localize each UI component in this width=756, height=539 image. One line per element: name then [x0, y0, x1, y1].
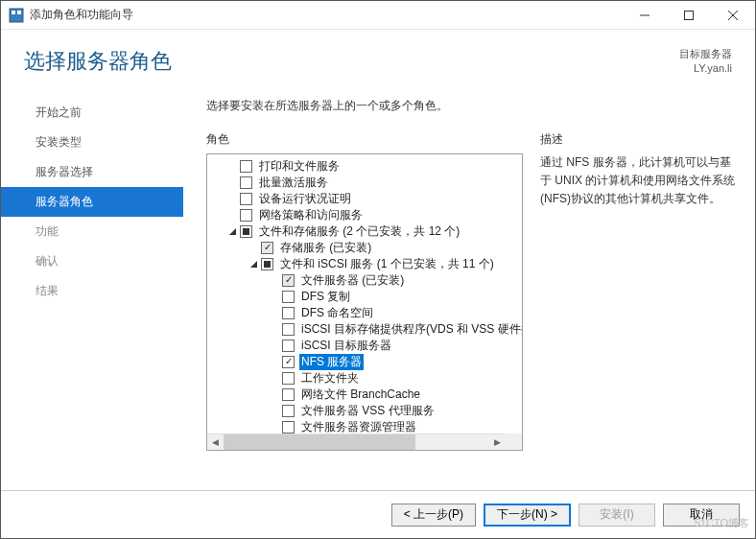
description-text: 通过 NFS 服务器，此计算机可以与基于 UNIX 的计算机和使用网络文件系统(…: [540, 153, 738, 209]
wizard-header: 选择服务器角色 目标服务器 LY.yan.li: [1, 30, 755, 94]
tree-item[interactable]: iSCSI 目标存储提供程序(VDS 和 VSS 硬件提供程序): [207, 321, 523, 338]
destination-name: LY.yan.li: [679, 61, 732, 76]
wizard-footer: < 上一步(P) 下一步(N) > 安装(I) 取消: [1, 490, 755, 538]
checkbox[interactable]: [282, 356, 295, 368]
tree-item[interactable]: 网络策略和访问服务: [207, 207, 523, 223]
collapse-icon[interactable]: [248, 258, 259, 270]
window-title: 添加角色和功能向导: [30, 7, 623, 23]
tree-item-label[interactable]: 设备运行状况证明: [257, 191, 353, 207]
wizard-step[interactable]: 服务器选择: [1, 157, 183, 187]
tree-item-label[interactable]: 文件和存储服务 (2 个已安装，共 12 个): [257, 223, 461, 240]
checkbox[interactable]: [240, 193, 252, 205]
next-button[interactable]: 下一步(N) >: [484, 504, 571, 527]
checkbox[interactable]: [240, 225, 252, 238]
previous-button[interactable]: < 上一步(P): [391, 504, 476, 527]
tree-item[interactable]: 文件和 iSCSI 服务 (1 个已安装，共 11 个): [207, 256, 523, 272]
tree-item-label[interactable]: DFS 命名空间: [299, 305, 375, 321]
tree-item[interactable]: 文件服务器 VSS 代理服务: [207, 403, 523, 419]
checkbox[interactable]: [282, 323, 295, 336]
tree-item-label[interactable]: NFS 服务器: [299, 354, 364, 370]
wizard-step: 确认: [1, 246, 183, 276]
tree-item-label[interactable]: 批量激活服务: [257, 175, 330, 191]
close-button[interactable]: [711, 1, 755, 30]
wizard-step: 功能: [1, 217, 183, 246]
tree-item-label[interactable]: 打印和文件服务: [257, 158, 342, 175]
tree-item[interactable]: 文件服务器 (已安装): [207, 272, 523, 289]
maximize-button[interactable]: [667, 1, 711, 30]
svg-rect-2: [17, 11, 21, 14]
app-icon: [9, 8, 24, 23]
instruction-text: 选择要安装在所选服务器上的一个或多个角色。: [206, 98, 738, 114]
collapse-icon[interactable]: [226, 225, 238, 237]
checkbox: [282, 274, 295, 287]
checkbox[interactable]: [282, 340, 295, 352]
tree-item-label[interactable]: 文件和 iSCSI 服务 (1 个已安装，共 11 个): [278, 256, 496, 272]
svg-rect-1: [12, 11, 15, 14]
tree-item-label[interactable]: 网络文件 BranchCache: [299, 387, 422, 403]
tree-item-label[interactable]: 工作文件夹: [299, 370, 361, 387]
destination-server: 目标服务器 LY.yan.li: [679, 47, 732, 77]
roles-tree[interactable]: 打印和文件服务批量激活服务设备运行状况证明网络策略和访问服务文件和存储服务 (2…: [206, 153, 523, 451]
tree-item-label[interactable]: iSCSI 目标存储提供程序(VDS 和 VSS 硬件提供程序): [299, 321, 523, 338]
tree-item[interactable]: iSCSI 目标服务器: [207, 338, 523, 354]
scroll-left-button[interactable]: ◀: [207, 434, 224, 451]
checkbox[interactable]: [240, 176, 252, 189]
tree-item[interactable]: DFS 复制: [207, 289, 523, 305]
checkbox[interactable]: [282, 307, 295, 319]
checkbox: [261, 242, 273, 254]
page-title: 选择服务器角色: [24, 47, 679, 76]
wizard-step[interactable]: 安装类型: [1, 128, 183, 157]
wizard-step[interactable]: 开始之前: [1, 98, 183, 128]
tree-item[interactable]: 工作文件夹: [207, 370, 523, 387]
cancel-button[interactable]: 取消: [663, 504, 740, 527]
scroll-right-button[interactable]: ▶: [489, 434, 506, 451]
checkbox[interactable]: [282, 421, 295, 434]
tree-item[interactable]: 打印和文件服务: [207, 158, 523, 175]
tree-item-label[interactable]: iSCSI 目标服务器: [299, 338, 393, 354]
roles-column-label: 角色: [206, 131, 523, 148]
checkbox[interactable]: [261, 258, 273, 270]
tree-item[interactable]: 文件和存储服务 (2 个已安装，共 12 个): [207, 223, 523, 240]
wizard-steps-sidebar: 开始之前安装类型服务器选择服务器角色功能确认结果: [1, 94, 183, 468]
scroll-corner: [506, 434, 522, 450]
wizard-step: 结果: [1, 276, 183, 306]
horizontal-scrollbar[interactable]: ◀ ▶: [207, 434, 506, 450]
checkbox[interactable]: [240, 160, 252, 173]
svg-rect-4: [685, 11, 694, 19]
tree-item-label[interactable]: 存储服务 (已安装): [278, 240, 373, 256]
description-column-label: 描述: [540, 131, 738, 148]
checkbox[interactable]: [282, 291, 295, 303]
minimize-button[interactable]: [623, 1, 667, 30]
tree-item[interactable]: 存储服务 (已安装): [207, 240, 523, 256]
scroll-thumb[interactable]: [224, 434, 415, 450]
checkbox[interactable]: [282, 405, 295, 417]
tree-item[interactable]: 设备运行状况证明: [207, 191, 523, 207]
tree-item-label[interactable]: 文件服务器 VSS 代理服务: [299, 403, 437, 419]
destination-label: 目标服务器: [679, 47, 732, 61]
tree-item[interactable]: NFS 服务器: [207, 354, 523, 370]
tree-item-label[interactable]: 网络策略和访问服务: [257, 207, 365, 223]
tree-item[interactable]: DFS 命名空间: [207, 305, 523, 321]
titlebar: 添加角色和功能向导: [1, 1, 755, 30]
checkbox[interactable]: [282, 372, 295, 385]
tree-item[interactable]: 批量激活服务: [207, 175, 523, 191]
checkbox[interactable]: [282, 388, 295, 401]
wizard-step[interactable]: 服务器角色: [1, 187, 183, 217]
tree-item-label[interactable]: DFS 复制: [299, 289, 352, 305]
tree-item-label[interactable]: 文件服务器 (已安装): [299, 272, 406, 289]
install-button: 安装(I): [579, 504, 655, 527]
tree-item[interactable]: 网络文件 BranchCache: [207, 387, 523, 403]
checkbox[interactable]: [240, 209, 252, 222]
